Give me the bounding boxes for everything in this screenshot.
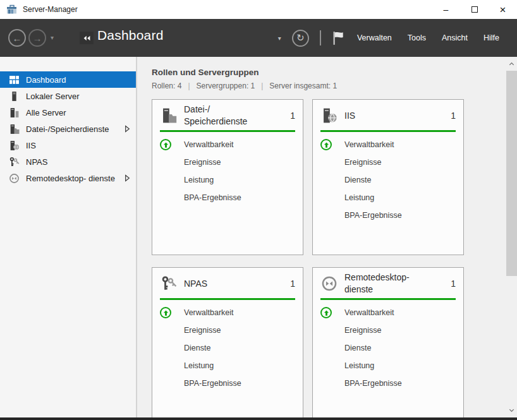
back-button[interactable]: ← <box>8 29 26 47</box>
all-servers-icon <box>9 107 20 118</box>
sidebar-item-datei-speicherdienste[interactable]: Datei-/Speicherdienste <box>0 121 136 137</box>
card-row-leistung[interactable]: Leistung <box>160 357 295 375</box>
card-row-ereignisse[interactable]: Ereignisse <box>160 321 295 339</box>
card-row-dienste[interactable]: Dienste <box>320 171 456 189</box>
card-row-leistung[interactable]: Leistung <box>160 171 295 189</box>
metric-link[interactable]: BPA-Ergebnisse <box>344 211 402 220</box>
scrollbar-down-button[interactable] <box>506 404 517 416</box>
menu-ansicht[interactable]: Ansicht <box>439 32 470 44</box>
forward-button[interactable]: → <box>28 29 46 47</box>
maximize-icon <box>471 6 478 13</box>
flag-icon <box>332 30 344 46</box>
card-row-verwaltbarkeit[interactable]: Verwaltbarkeit <box>160 304 295 321</box>
card-count: 1 <box>451 279 456 289</box>
notifications-flag-button[interactable] <box>332 30 344 46</box>
minimize-button[interactable]: – <box>432 0 460 19</box>
metric-link[interactable]: Verwaltbarkeit <box>344 140 394 149</box>
card-title: IIS <box>344 110 446 122</box>
card-row-leistung[interactable]: Leistung <box>320 189 456 207</box>
collapse-breadcrumb-button[interactable] <box>80 32 94 44</box>
card-row-ereignisse[interactable]: Ereignisse <box>320 153 456 171</box>
card-header: NPAS 1 <box>152 269 303 298</box>
vertical-scrollbar[interactable] <box>506 57 517 417</box>
card-metric-list: Verwaltbarkeit Ereignisse Dienste Leistu… <box>152 300 303 392</box>
card-row-verwaltbarkeit[interactable]: Verwaltbarkeit <box>320 136 456 153</box>
card-row-bpa-ergebnisse[interactable]: BPA-Ergebnisse <box>320 375 456 392</box>
metric-link[interactable]: Leistung <box>344 361 374 370</box>
card-row-bpa-ergebnisse[interactable]: BPA-Ergebnisse <box>160 189 295 207</box>
sidebar-item-remotedesktop-dienste[interactable]: Remotedesktop- dienste <box>0 170 136 186</box>
metric-link[interactable]: Verwaltbarkeit <box>184 140 234 149</box>
metric-link[interactable]: Leistung <box>184 361 214 370</box>
expand-arrow-icon[interactable] <box>125 174 130 182</box>
card-title: NPAS <box>184 278 285 290</box>
local-server-icon <box>9 91 20 102</box>
iis-icon <box>9 140 20 151</box>
metric-link[interactable]: Ereignisse <box>344 158 381 167</box>
scrollbar-thumb[interactable] <box>506 71 517 276</box>
menu-verwalten[interactable]: Verwalten <box>355 32 394 44</box>
card-row-verwaltbarkeit[interactable]: Verwaltbarkeit <box>160 136 295 153</box>
metric-link[interactable]: Leistung <box>344 193 374 202</box>
title-bar: Server-Manager – × <box>0 0 517 19</box>
metric-link[interactable]: Dienste <box>344 344 371 352</box>
sidebar-item-iis[interactable]: IIS <box>0 137 136 153</box>
menu-tools[interactable]: Tools <box>405 32 429 44</box>
file-storage-icon <box>9 124 20 135</box>
metric-link[interactable]: Ereignisse <box>184 158 221 167</box>
app-icon <box>6 4 18 15</box>
collapse-double-chevron-icon <box>83 35 91 41</box>
metric-link[interactable]: Dienste <box>344 176 371 184</box>
card-row-ereignisse[interactable]: Ereignisse <box>320 321 456 339</box>
menu-hilfe[interactable]: Hilfe <box>481 32 502 44</box>
sidebar-item-label: IIS <box>26 141 36 150</box>
section-heading: Rollen und Servergruppen <box>152 68 259 77</box>
sidebar-item-dashboard[interactable]: Dashboard <box>0 71 136 88</box>
metric-link[interactable]: BPA-Ergebnisse <box>184 379 241 388</box>
card-header: Datei-/ Speicherdienste 1 <box>152 101 303 130</box>
refresh-button[interactable]: ↻ <box>292 30 309 47</box>
sidebar-item-npas[interactable]: NPAS <box>0 153 136 170</box>
metric-link[interactable]: BPA-Ergebnisse <box>344 379 402 388</box>
close-button[interactable]: × <box>489 0 517 19</box>
stat-servergroups: Servergruppen: 1 <box>197 81 255 90</box>
sidebar-item-alle-server[interactable]: Alle Server <box>0 104 136 121</box>
metric-link[interactable]: Verwaltbarkeit <box>344 308 394 317</box>
card-metric-list: Verwaltbarkeit Ereignisse Leistung BPA-E… <box>152 132 303 207</box>
card-row-verwaltbarkeit[interactable]: Verwaltbarkeit <box>320 304 456 321</box>
stat-roles: Rollen: 4 <box>152 81 181 90</box>
scrollbar-down-icon <box>508 407 515 414</box>
breadcrumb-dropdown[interactable]: ▾ <box>278 35 281 42</box>
card-row-leistung[interactable]: Leistung <box>320 357 456 375</box>
card-row-ereignisse[interactable]: Ereignisse <box>160 153 295 171</box>
metric-link[interactable]: BPA-Ergebnisse <box>184 193 241 202</box>
forward-icon: → <box>33 33 42 44</box>
file-storage-icon <box>160 107 179 124</box>
card-row-bpa-ergebnisse[interactable]: BPA-Ergebnisse <box>160 375 295 392</box>
metric-link[interactable]: Leistung <box>184 176 214 184</box>
card-title: Remotedesktop- dienste <box>344 272 446 296</box>
card-iis: IIS 1 Verwaltbarkeit Ereignisse <box>312 99 464 255</box>
maximize-button[interactable] <box>460 0 489 19</box>
scrollbar-up-icon <box>508 61 515 68</box>
minimize-icon: – <box>444 5 449 14</box>
remote-desktop-icon <box>320 275 339 292</box>
npas-keys-icon <box>160 275 179 292</box>
sidebar-item-lokaler-server[interactable]: Lokaler Server <box>0 88 136 104</box>
card-row-dienste[interactable]: Dienste <box>160 339 295 357</box>
card-count: 1 <box>290 279 295 289</box>
sidebar-item-label: NPAS <box>26 157 47 167</box>
scrollbar-up-button[interactable] <box>506 58 517 70</box>
card-title: Datei-/ Speicherdienste <box>184 104 285 128</box>
window-controls: – × <box>432 0 517 19</box>
metric-link[interactable]: Verwaltbarkeit <box>184 308 234 317</box>
sidebar: Dashboard Lokaler Server <box>0 57 136 417</box>
card-header: Remotedesktop- dienste 1 <box>313 269 463 298</box>
expand-arrow-icon[interactable] <box>125 125 130 133</box>
metric-link[interactable]: Ereignisse <box>184 326 221 335</box>
history-dropdown[interactable]: ▾ <box>51 34 54 41</box>
card-row-bpa-ergebnisse[interactable]: BPA-Ergebnisse <box>320 207 456 224</box>
card-row-dienste[interactable]: Dienste <box>320 339 456 357</box>
metric-link[interactable]: Dienste <box>184 344 210 352</box>
metric-link[interactable]: Ereignisse <box>344 326 381 335</box>
